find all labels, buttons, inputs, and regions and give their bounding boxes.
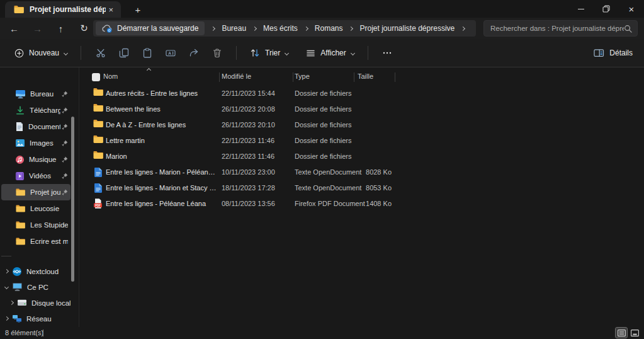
forward-button[interactable]: → xyxy=(26,23,49,34)
up-button[interactable]: ↑ xyxy=(49,23,72,34)
new-tab-button[interactable]: + xyxy=(130,2,146,17)
table-row[interactable]: Entre les lignes - Marion - Péléane Léan… xyxy=(79,164,644,180)
search-placeholder: Rechercher dans : Projet journaliste dép… xyxy=(490,25,624,32)
chevron-right-icon[interactable] xyxy=(4,316,9,321)
column-divider[interactable] xyxy=(395,72,395,82)
file-modified: 08/11/2023 13:56 xyxy=(222,200,292,207)
new-button[interactable]: Nouveau xyxy=(9,43,73,63)
back-button[interactable]: ← xyxy=(3,23,26,34)
chevron-right-icon[interactable] xyxy=(4,269,9,273)
sidebar-item-videos[interactable]: Vidéos xyxy=(1,168,71,184)
column-divider[interactable] xyxy=(293,72,293,82)
search-icon[interactable] xyxy=(624,25,632,33)
view-button[interactable]: Afficher xyxy=(300,43,359,63)
cloud-sync-icon xyxy=(102,25,113,33)
chevron-right-icon[interactable] xyxy=(349,26,353,30)
more-options-button[interactable] xyxy=(376,43,399,63)
tab-title: Projet journaliste dépressive xyxy=(30,5,106,14)
pin-icon xyxy=(62,173,68,179)
column-divider[interactable] xyxy=(219,72,220,82)
sort-button-label: Trier xyxy=(265,49,280,57)
table-row[interactable]: Marion 22/11/2023 11:46 Dossier de fichi… xyxy=(79,149,644,164)
tab-bar: Projet journaliste dépressive × + × xyxy=(0,0,644,18)
file-type: Dossier de fichiers xyxy=(295,89,353,97)
thumbnail-view-toggle[interactable] xyxy=(629,328,640,338)
copy-button[interactable] xyxy=(112,43,135,63)
column-header-type[interactable]: Type xyxy=(295,72,310,80)
breadcrumb-item-romans[interactable]: Romans xyxy=(315,24,343,33)
file-list: Nom Modifié le Type Taille Autres récits… xyxy=(79,67,644,327)
sidebar-scrollbar[interactable] xyxy=(71,117,74,282)
thumbnail-view-icon xyxy=(631,330,639,336)
close-tab-icon[interactable]: × xyxy=(106,5,116,14)
sort-arrows-icon xyxy=(250,48,260,58)
sidebar-item-les-stupides[interactable]: Les Stupides xyxy=(1,217,71,233)
rename-button[interactable] xyxy=(159,43,182,63)
search-input[interactable]: Rechercher dans : Projet journaliste dép… xyxy=(483,20,638,37)
details-view-toggle[interactable] xyxy=(616,328,627,338)
sidebar-item-leucosie[interactable]: Leucosie xyxy=(1,200,71,217)
breadcrumb-item-bureau[interactable]: Bureau xyxy=(222,24,246,33)
chevron-down-icon xyxy=(64,50,68,55)
file-type: Dossier de fichiers xyxy=(295,121,353,129)
restore-icon xyxy=(602,5,610,13)
sidebar-item-nextcloud[interactable]: Nextcloud xyxy=(0,263,71,279)
folder-icon xyxy=(16,188,25,196)
sidebar-item-documents[interactable]: Documents xyxy=(1,118,71,135)
folder-icon xyxy=(16,238,25,245)
breadcrumb-item-current-folder[interactable]: Projet journaliste dépressive xyxy=(359,24,455,33)
table-row[interactable]: De A à Z - Entre les lignes 26/11/2023 2… xyxy=(79,117,644,133)
file-type: Dossier de fichiers xyxy=(295,137,353,144)
chevron-right-icon[interactable] xyxy=(9,301,14,305)
refresh-button[interactable]: ↻ xyxy=(72,23,96,34)
breadcrumb[interactable]: Démarrer la sauvegarde Bureau Mes écrits… xyxy=(93,20,476,37)
scissors-icon xyxy=(96,48,106,58)
command-bar: Nouveau Trier Afficher Détails xyxy=(0,39,644,67)
column-header-modified[interactable]: Modifié le xyxy=(222,72,251,80)
sidebar-item-projet-journaliste[interactable]: Projet journaliste dépressive xyxy=(1,184,71,200)
table-row[interactable]: Lettre martin 22/11/2023 11:46 Dossier d… xyxy=(79,133,644,149)
table-row[interactable]: Between the lines 26/11/2023 20:08 Dossi… xyxy=(79,101,644,117)
sidebar-item-telechargements[interactable]: Téléchargements xyxy=(1,102,71,118)
file-name: Entre les lignes - Marion et Stacy - Pél… xyxy=(106,184,217,192)
details-pane-button[interactable]: Détails xyxy=(594,48,633,58)
folder-icon xyxy=(16,205,25,212)
pdf-file-icon: PDF xyxy=(94,198,102,209)
table-row[interactable]: Entre les lignes - Marion et Stacy - Pél… xyxy=(79,180,644,196)
share-button[interactable] xyxy=(182,43,205,63)
sidebar-item-bureau[interactable]: Bureau xyxy=(1,86,71,102)
odt-file-icon xyxy=(94,168,102,177)
sort-button[interactable]: Trier xyxy=(244,43,294,63)
sidebar-item-ecrire[interactable]: Ecrire est ma sur xyxy=(1,233,71,250)
minimize-button[interactable] xyxy=(568,0,594,18)
table-row[interactable]: PDF Entre les lignes - Péléane Léana 08/… xyxy=(79,196,644,212)
chevron-right-icon[interactable] xyxy=(304,26,308,30)
close-window-button[interactable]: × xyxy=(619,0,644,18)
column-divider[interactable] xyxy=(354,72,354,82)
sidebar-item-reseau[interactable]: Réseau xyxy=(0,311,71,326)
restore-button[interactable] xyxy=(594,0,619,18)
sidebar-item-label: Images xyxy=(30,139,60,147)
breadcrumb-item-mes-ecrits[interactable]: Mes écrits xyxy=(263,24,298,33)
paste-button[interactable] xyxy=(135,43,159,63)
column-header-name[interactable]: Nom xyxy=(103,72,118,80)
cut-button[interactable] xyxy=(89,43,112,63)
toolbar-divider xyxy=(81,46,81,60)
table-row[interactable]: Autres récits - Entre les lignes 22/11/2… xyxy=(79,86,644,101)
chevron-right-icon[interactable] xyxy=(211,26,215,30)
chevron-right-icon[interactable] xyxy=(252,26,257,30)
select-all-checkbox[interactable] xyxy=(92,73,100,81)
file-name: Entre les lignes - Marion - Péléane Léan… xyxy=(106,168,217,176)
explorer-tab[interactable]: Projet journaliste dépressive × xyxy=(5,1,121,18)
sidebar-item-disque-local[interactable]: Disque local (C:) xyxy=(0,295,71,311)
view-button-label: Afficher xyxy=(320,49,346,57)
column-header-size[interactable]: Taille xyxy=(358,72,373,80)
chevron-down-icon[interactable] xyxy=(4,285,9,289)
breadcrumb-item-sync[interactable]: Démarrer la sauvegarde xyxy=(96,21,205,35)
sidebar-item-ce-pc[interactable]: Ce PC xyxy=(0,279,71,295)
chevron-right-icon[interactable] xyxy=(461,26,465,30)
sidebar-item-images[interactable]: Images xyxy=(1,135,71,151)
sidebar-item-musique[interactable]: Musique xyxy=(1,151,71,168)
status-bar: 8 élément(s) xyxy=(0,327,644,339)
delete-button[interactable] xyxy=(205,43,229,63)
